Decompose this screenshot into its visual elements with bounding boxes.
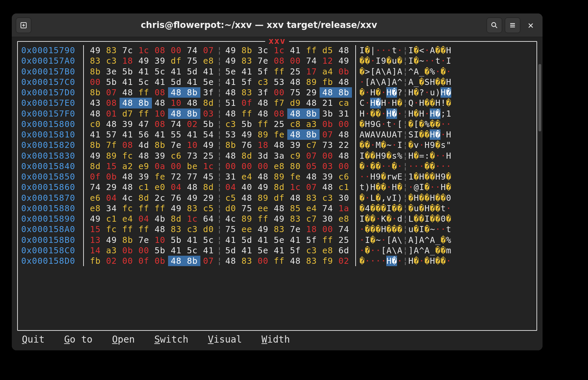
byte: e8: [271, 161, 287, 171]
byte: 05: [303, 161, 320, 171]
ascii-char: H: [446, 77, 451, 87]
byte: 48: [320, 87, 336, 98]
hex-separator: ¦: [217, 56, 223, 66]
ascii-char: �: [430, 203, 435, 214]
ascii-char: I: [359, 45, 365, 56]
ascii-char: �: [440, 256, 446, 266]
ascii-char: %: [397, 151, 402, 161]
ascii-char: H: [424, 140, 430, 150]
hex-separator: ¦: [217, 224, 223, 234]
ascii-char: �: [381, 171, 386, 182]
byte: 15: [103, 161, 120, 171]
ascii-char: �: [386, 214, 392, 224]
menu-item[interactable]: Switch: [154, 334, 188, 345]
menu-item[interactable]: Quit: [22, 334, 44, 345]
close-icon: ✕: [528, 21, 534, 30]
ascii-char: s: [440, 140, 446, 150]
byte: 48: [87, 108, 103, 119]
ascii-char: �: [375, 193, 381, 203]
byte: 48: [255, 108, 271, 119]
byte: 41: [223, 235, 239, 245]
ascii-char: w: [392, 171, 397, 182]
ascii-char: �: [430, 161, 435, 171]
ascii-char: ·: [414, 161, 419, 171]
byte: 8b: [87, 140, 103, 150]
byte: 14: [87, 245, 103, 256]
ascii-char: �: [365, 56, 370, 66]
ascii-char: I: [408, 56, 414, 66]
ascii-column: �·H�·H�?¦H�?·u)H�: [355, 87, 451, 98]
terminal-body[interactable]: xxv 0x0001579049837c1c08007407¦498b3c1c4…: [12, 37, 543, 350]
byte: e4: [303, 203, 320, 214]
ascii-char: \: [381, 66, 386, 77]
ascii-char: ": [446, 140, 451, 150]
byte: 5b: [239, 119, 255, 129]
ascii-char: H: [440, 182, 446, 192]
scrollbar-thumb[interactable]: [538, 64, 541, 131]
address: 0x00015840: [20, 161, 84, 171]
byte: 0f: [136, 256, 152, 266]
byte: 48: [336, 45, 352, 56]
byte: c3: [303, 245, 320, 256]
ascii-column: ·[A\A]A^¦A_�SH��H: [355, 77, 451, 87]
ascii-char: A: [381, 77, 386, 87]
ascii-char: A: [424, 245, 430, 256]
byte: 55: [168, 129, 184, 140]
ascii-char: U: [386, 129, 392, 140]
byte: 08: [152, 119, 168, 129]
ascii-char: �: [365, 45, 370, 56]
menu-item[interactable]: Width: [261, 334, 290, 345]
search-button[interactable]: [487, 18, 502, 33]
byte: 12: [320, 56, 336, 66]
byte: 41: [120, 77, 136, 87]
ascii-char: ·: [424, 45, 430, 56]
byte: a2: [120, 161, 136, 171]
ascii-char: ·: [370, 56, 375, 66]
hex-bytes: e6044c8d2c764929¦c54889df4883c330: [84, 193, 355, 203]
ascii-char: H: [381, 98, 386, 108]
byte: 8d: [168, 214, 184, 224]
ascii-char: �: [386, 224, 392, 234]
menu-button[interactable]: [505, 18, 520, 33]
menu-item[interactable]: Visual: [208, 334, 242, 345]
ascii-char: H: [408, 151, 414, 161]
byte: 74: [336, 224, 352, 234]
byte: 5f: [303, 235, 320, 245]
byte: 48: [320, 182, 336, 192]
byte: 39: [152, 151, 168, 161]
byte: ff: [271, 66, 287, 77]
ascii-char: �: [359, 119, 365, 129]
byte: c3: [103, 56, 120, 66]
byte: 83: [239, 56, 255, 66]
ascii-char: ·: [359, 77, 365, 87]
byte: ff: [255, 214, 271, 224]
byte: 10: [152, 108, 168, 119]
byte: 48: [120, 87, 136, 98]
hex-separator: ¦: [217, 129, 223, 140]
byte: 34: [103, 203, 120, 214]
hex-separator: ¦: [217, 214, 223, 224]
byte: 5f: [287, 245, 303, 256]
menu-item[interactable]: Open: [112, 334, 135, 345]
menu-item[interactable]: Go to: [64, 334, 92, 345]
hex-bytes: 0f0b4839fe727745¦31e44889fe4839c6: [84, 171, 355, 182]
byte: 00: [120, 256, 136, 266]
ascii-char: H: [408, 87, 414, 98]
ascii-char: �: [381, 182, 386, 192]
ascii-char: �: [392, 161, 397, 171]
ascii-char: [: [414, 119, 419, 129]
byte: 3c: [255, 45, 271, 56]
new-tab-button[interactable]: [16, 18, 31, 33]
byte: 1c: [271, 45, 287, 56]
ascii-char: A: [392, 235, 397, 245]
byte: 48: [223, 108, 239, 119]
ascii-separator: ¦: [402, 129, 408, 140]
byte: e8: [320, 245, 336, 256]
close-button[interactable]: ✕: [523, 18, 538, 33]
ascii-char: ·: [435, 224, 440, 234]
byte: 53: [223, 129, 239, 140]
byte: 29: [200, 193, 217, 203]
ascii-char: ·: [424, 108, 430, 119]
ascii-char: ·: [397, 161, 402, 171]
ascii-char: d: [397, 214, 402, 224]
